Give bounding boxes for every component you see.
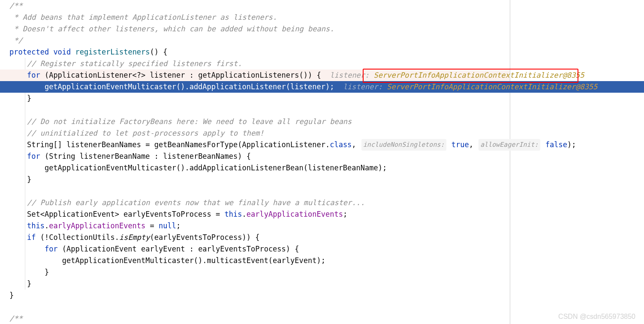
code-line: * Doesn't affect other listeners, which … [0, 23, 510, 35]
code-line: this.earlyApplicationEvents = null; [0, 220, 510, 232]
code-line: } [0, 174, 510, 185]
javadoc-line: * Doesn't affect other listeners, which … [9, 23, 334, 35]
code-line: /** [0, 313, 510, 324]
code-editor[interactable]: /** * Add beans that implement Applicati… [0, 0, 644, 324]
javadoc-line: * Add beans that implement ApplicationLi… [9, 12, 277, 23]
code-line: String[] listenerBeanNames = getBeanName… [0, 139, 510, 151]
code-line: * Add beans that implement ApplicationLi… [0, 12, 510, 23]
code-line: if (!CollectionUtils.isEmpty(earlyEvents… [0, 232, 510, 243]
inlay-param: includeNonSingletons: [361, 139, 446, 151]
code-line: getApplicationEventMulticaster().addAppl… [0, 162, 510, 174]
inlay-hint: listener: [321, 70, 374, 81]
code-line: getApplicationEventMulticaster().multica… [0, 255, 510, 266]
inlay-hint: listener: [334, 81, 382, 93]
code-line [0, 104, 510, 116]
code-line: } [0, 290, 510, 301]
code-line: protected void registerListeners() { [0, 46, 510, 58]
code-line: Set<ApplicationEvent> earlyEventsToProce… [0, 209, 510, 220]
code-line: } [0, 266, 510, 278]
code-line: } [0, 278, 510, 290]
code-line: // Publish early application events now … [0, 197, 510, 209]
code-line [0, 301, 510, 313]
code-line: for (ApplicationEvent earlyEvent : early… [0, 243, 510, 255]
code-line: } [0, 93, 510, 104]
watermark: CSDN @csdn565973850 [558, 311, 635, 322]
code-line-current: for (ApplicationListener<?> listener : g… [0, 70, 510, 81]
code-line-execution: getApplicationEventMulticaster().addAppl… [0, 81, 644, 93]
inlay-value: ServerPortInfoApplicationContextInitiali… [382, 81, 598, 93]
inlay-param: allowEagerInit: [478, 139, 540, 151]
javadoc-open: /** [9, 0, 23, 12]
javadoc-close: */ [9, 35, 23, 46]
code-line: // Do not initialize FactoryBeans here: … [0, 116, 510, 127]
code-line: // uninitialized to let post-processors … [0, 127, 510, 139]
code-line: // Register statically specified listene… [0, 58, 510, 70]
code-line: /** [0, 0, 510, 12]
code-area[interactable]: /** * Add beans that implement Applicati… [0, 0, 510, 324]
inlay-value: ServerPortInfoApplicationContextInitiali… [374, 70, 584, 81]
code-line: for (String listenerBeanName : listenerB… [0, 151, 510, 162]
code-line [0, 185, 510, 197]
code-line: */ [0, 35, 510, 46]
